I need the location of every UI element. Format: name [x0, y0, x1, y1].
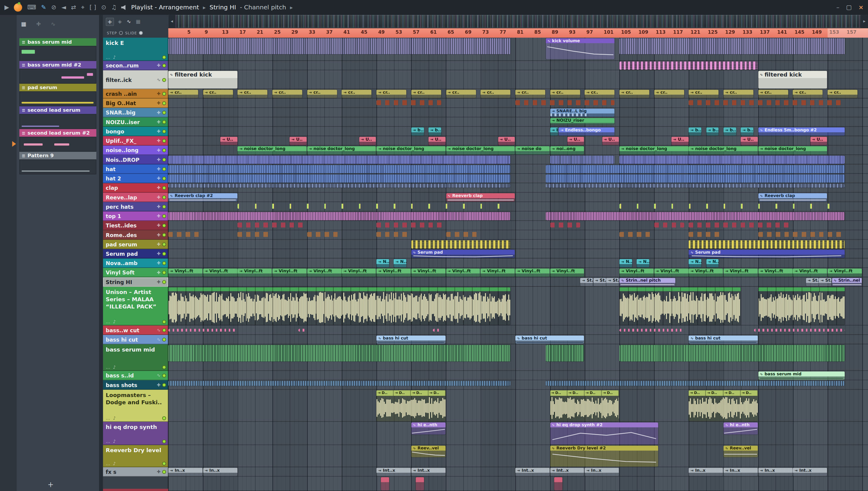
clip-strin-nel-pitch[interactable]: ∿Strin..nel pitch [832, 278, 862, 286]
clip-cr[interactable]: ⇥cr.. [689, 90, 719, 98]
track-lane-nois-drop[interactable] [168, 155, 868, 165]
track-header-nova-amb[interactable]: Nova..amb✚ [103, 258, 168, 268]
move-icon[interactable]: ✚ [157, 148, 160, 153]
track-lane-noizu-iser[interactable]: ⇥NOIZU_riser [168, 117, 868, 127]
move-icon[interactable]: ✚ [157, 110, 160, 115]
mute-indicator[interactable] [162, 366, 166, 369]
clip-d[interactable]: ⇥D.. [689, 391, 706, 396]
pattern-clip[interactable] [545, 212, 844, 221]
clip-reeverb-dry-level-2[interactable]: ∿Reeverb Dry level #2 [550, 445, 658, 467]
mute-speaker-icon[interactable]: ◄ [61, 4, 66, 10]
track-lane-noise-long[interactable]: ⇥noise doctor_long⇥noise doctor_long⇥noi… [168, 145, 868, 155]
mute-indicator[interactable] [162, 280, 166, 284]
clip-vinyl-ft[interactable]: ⇥Vinyl..ft [481, 268, 515, 277]
mute-indicator[interactable] [162, 224, 166, 227]
move-icon[interactable]: ✚ [157, 91, 160, 96]
pattern-clip[interactable] [545, 174, 844, 183]
clip-u[interactable]: ⇥U.. [290, 137, 307, 145]
clip-st[interactable]: ⇥St.. [581, 278, 593, 286]
note-icon[interactable]: ♪ [113, 439, 116, 444]
track-header-bass-serum-mid[interactable]: bass serum mid…♪ [103, 344, 168, 371]
pattern-item-bass-serum-mid-2[interactable]: ≡bass serum mid #2 [19, 61, 96, 83]
clip-u[interactable]: ⇥U.. [220, 137, 237, 145]
clip-u[interactable]: ⇥U.. [810, 137, 827, 145]
clip-cr[interactable]: ⇥cr.. [619, 90, 649, 98]
clip-int-x[interactable]: ⇥Int..x [793, 468, 827, 476]
clip-cr[interactable]: ⇥cr.. [203, 90, 233, 98]
pattern-item-header[interactable]: ≡pad serum [19, 83, 96, 91]
clip-n[interactable]: ⇥N.. [376, 259, 389, 267]
clip-d[interactable]: ⇥D.. [584, 391, 601, 396]
track-lane-kick-e[interactable]: ∿kick volume [168, 38, 868, 61]
track-header-top-1[interactable]: top 1✚ [103, 211, 168, 221]
pattern-item-header[interactable]: ≡second lead serum #2 [19, 129, 96, 137]
clip-vinyl-ft[interactable]: ⇥Vinyl..ft [654, 268, 689, 277]
track-header-perc-hats[interactable]: perc hats✚ [103, 202, 168, 211]
track-lane-unison-artist-series-malaa-illegal-pack[interactable] [168, 287, 868, 326]
tick-pattern-clip[interactable] [619, 232, 654, 237]
pattern-clip[interactable] [619, 345, 844, 362]
clip-d[interactable]: ⇥D.. [550, 391, 567, 396]
clip-reeverb-clap[interactable]: ∿Reeverb clap [758, 193, 827, 202]
tick-pattern-clip[interactable] [689, 223, 792, 227]
collapse-dots-icon[interactable]: … [106, 55, 110, 60]
mute-indicator[interactable] [162, 196, 166, 199]
clip-st[interactable]: ⇥St.. [819, 278, 832, 286]
clip-u[interactable]: ⇥U.. [672, 137, 689, 145]
collapse-dots-icon[interactable]: … [106, 365, 110, 370]
dot-pattern-clip[interactable] [433, 329, 441, 331]
clip-vinyl-ft[interactable]: ⇥Vinyl..ft [793, 268, 827, 277]
timeline-ruler[interactable]: 5913172125293337414549535761656973778185… [168, 28, 868, 38]
mute-indicator[interactable] [162, 233, 166, 237]
clip-serum-pad[interactable]: ∿Serum pad [689, 250, 844, 258]
grid-icon[interactable]: ▦ [21, 22, 26, 27]
move-icon[interactable]: ✚ [157, 138, 160, 143]
mute-indicator[interactable] [162, 261, 166, 265]
clip-cr[interactable]: ⇥cr.. [793, 90, 823, 98]
tick-pattern-clip[interactable] [238, 204, 515, 209]
mute-indicator[interactable] [162, 470, 166, 474]
slide-tool-icon[interactable]: ∿ [127, 19, 131, 24]
slur-icon[interactable]: ∿ [51, 22, 55, 27]
mute-indicator[interactable] [162, 242, 166, 247]
track-header-vinyl-soft[interactable]: Vinyl Soft✚ [103, 268, 168, 277]
move-icon[interactable]: ✚ [157, 157, 160, 162]
play-icon[interactable]: ▶ [4, 4, 9, 10]
move-icon[interactable]: ✚ [157, 382, 160, 388]
clip[interactable] [554, 477, 562, 490]
track-lane-snar-big[interactable]: ⇥SNARE..L big [168, 108, 868, 117]
pattern-clip[interactable] [545, 165, 844, 174]
clip-filtered-kick[interactable]: ∿filtered kick [758, 71, 827, 89]
clip-d[interactable]: ⇥D.. [601, 391, 619, 396]
track-header[interactable] [103, 476, 168, 491]
track-header-hat-2[interactable]: hat 2✚ [103, 174, 168, 183]
clip-b[interactable]: ⇥b.. [724, 127, 736, 136]
track-lane-string-hi[interactable]: ⇥St..⇥St..⇥St..∿Strin..nel pitch⇥St..⇥St… [168, 278, 868, 287]
clip-cr[interactable]: ⇥cr.. [446, 90, 476, 98]
clip-noi-ong[interactable]: ⇥noi..ong [550, 146, 584, 154]
move-icon[interactable]: ✚ [36, 22, 41, 27]
mute-indicator[interactable] [162, 383, 166, 387]
clip-vinyl-ft[interactable]: ⇥Vinyl..ft [307, 268, 341, 277]
move-icon[interactable]: ✚ [157, 63, 160, 68]
pattern-clip[interactable] [619, 38, 844, 54]
pattern-item-bass-serum-mid[interactable]: ≡bass serum mid [19, 38, 96, 61]
clip-noise-do[interactable]: ⇥noise do [515, 146, 550, 154]
volume-meter-icon[interactable]: ♫ [111, 4, 117, 10]
audio-wave-clip[interactable] [619, 287, 740, 325]
clip-vinyl-ft[interactable]: ⇥Vinyl..ft [724, 268, 758, 277]
pattern-item-pad-serum[interactable]: ≡pad serum [19, 83, 96, 106]
clip-int-x[interactable]: ⇥Int..x [515, 468, 550, 476]
clip-serum-pad[interactable]: ∿Serum pad [411, 250, 515, 258]
clip-in-x[interactable]: ⇥In..x [724, 468, 758, 476]
pattern-clip[interactable] [168, 381, 510, 386]
close-button[interactable]: × [858, 4, 864, 11]
track-lane-big-o-hat[interactable] [168, 98, 868, 108]
track-lane-top-1[interactable] [168, 211, 868, 221]
track-lane-rome-des[interactable] [168, 230, 868, 239]
clip-filtered-kick[interactable]: ∿filtered kick [168, 71, 237, 89]
clip-vinyl-ft[interactable]: ⇥Vinyl..ft [758, 268, 793, 277]
clip-u[interactable]: ⇥U.. [498, 137, 515, 145]
clip-reev-vel[interactable]: ∿Reev..vel [411, 445, 445, 457]
clip-cr[interactable]: ⇥cr.. [307, 90, 337, 98]
